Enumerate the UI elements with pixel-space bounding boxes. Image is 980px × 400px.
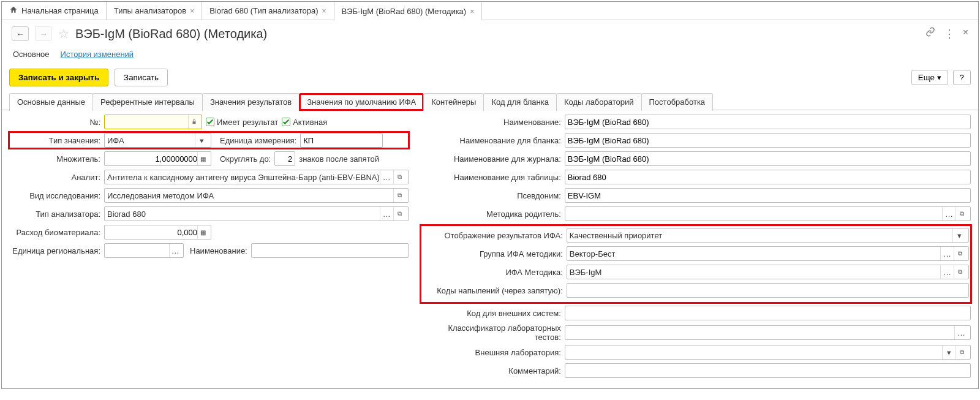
blank-name-input[interactable] [565,133,971,148]
subnav: Основное История изменений [2,47,978,67]
open-icon[interactable]: ⧉ [954,265,966,279]
select-ell-icon[interactable]: … [954,326,968,339]
save-button[interactable]: Записать [115,69,168,86]
analyzer-type-select[interactable]: Biorad 680 … ⧉ [104,206,409,221]
subnav-history-link[interactable]: История изменений [61,50,134,59]
tab-containers[interactable]: Контейнеры [423,93,484,111]
unit-field[interactable] [303,134,380,147]
tab-main-data[interactable]: Основные данные [9,93,93,111]
open-icon[interactable]: ⧉ [954,247,966,260]
multiplier-field[interactable] [107,152,197,165]
has-result-label: Имеет результат [217,118,278,127]
comment-field[interactable] [568,364,968,377]
label-external-lab: Внешняя лаборатория: [421,348,565,357]
value-type-select[interactable]: ИФА ▾ [104,133,211,148]
button-row: Записать и закрыть Записать Еще ▾ ? [2,67,978,92]
open-icon[interactable]: ⧉ [956,345,968,359]
round-field[interactable] [277,152,292,165]
round-input[interactable] [274,151,295,166]
close-icon[interactable]: × [190,7,194,15]
table-name-field[interactable] [568,170,968,184]
active-checkbox[interactable]: Активная [282,118,327,127]
nav-back-button[interactable]: ← [12,26,29,41]
help-button[interactable]: ? [953,70,971,85]
select-ell-icon[interactable]: … [169,244,181,257]
calc-icon[interactable]: ▦ [197,225,208,239]
label-regional-unit: Единица региональная: [9,246,104,255]
calc-icon[interactable]: ▦ [197,152,208,165]
blank-name-field[interactable] [568,134,968,147]
save-and-close-button[interactable]: Записать и закрыть [9,69,108,86]
link-icon[interactable] [925,27,935,40]
analyte-select[interactable]: Антитела к капсидному антигену вируса Эп… [104,170,409,184]
more-button[interactable]: Еще ▾ [911,70,948,85]
close-panel-icon[interactable]: × [963,27,968,40]
subnav-main[interactable]: Основное [13,50,50,59]
tab-veb-igm-method[interactable]: ВЭБ-IgM (BioRad 680) (Методика) × [334,2,483,20]
open-icon[interactable]: ⧉ [393,189,405,202]
lock-icon[interactable] [188,115,199,129]
classifier-select[interactable]: … [565,325,971,340]
journal-name-input[interactable] [565,151,971,166]
number-field[interactable] [107,115,188,129]
external-code-input[interactable] [565,306,971,320]
name-field[interactable] [568,115,968,129]
dropdown-icon[interactable]: ▾ [195,134,208,147]
unit-input[interactable] [300,133,383,148]
close-icon[interactable]: × [470,7,474,16]
tab-analyzer-types[interactable]: Типы анализаторов × [107,2,202,20]
journal-name-field[interactable] [568,152,968,165]
close-icon[interactable]: × [322,7,326,15]
select-ell-icon[interactable]: … [940,265,954,279]
regional-unit-select[interactable]: … [104,243,184,258]
alias-input[interactable] [565,188,971,203]
select-ell-icon[interactable]: … [940,247,954,260]
label-spraying-codes: Коды напылений (через запятую): [423,286,567,295]
biomaterial-input[interactable]: ▦ [104,225,211,240]
dropdown-icon[interactable]: ▾ [942,345,956,359]
name-input[interactable] [565,115,971,129]
table-name-input[interactable] [565,170,971,184]
external-lab-select[interactable]: ▾ ⧉ [565,345,971,360]
tab-home[interactable]: Начальная страница [2,2,107,20]
label-comment: Комментарий: [421,366,565,375]
comment-input[interactable] [565,363,971,378]
number-input[interactable] [104,115,202,129]
open-icon[interactable]: ⧉ [393,207,405,221]
ifa-method-select[interactable]: ВЭБ-IgM … ⧉ [567,265,969,279]
spraying-codes-input[interactable] [567,283,969,298]
tab-ifa-defaults[interactable]: Значения по умолчанию ИФА [299,93,424,111]
study-type-input[interactable]: Исследования методом ИФА ⧉ [104,188,409,203]
tab-lab-codes[interactable]: Коды лабораторий [556,93,642,111]
biomaterial-field[interactable] [107,225,197,239]
open-icon[interactable]: ⧉ [956,207,968,221]
tab-biorad680-type[interactable]: Biorad 680 (Тип анализатора) × [202,2,334,20]
ifa-group-select[interactable]: Вектор-Бест … ⧉ [567,246,969,261]
tab-reference-intervals[interactable]: Референтные интервалы [92,93,203,111]
tab-blank-code[interactable]: Код для бланка [483,93,557,111]
select-ell-icon[interactable]: … [380,170,393,184]
parent-method-select[interactable]: … ⧉ [565,206,971,221]
titlebar: ← → ☆ ВЭБ-IgM (BioRad 680) (Методика) ⋮ … [2,20,978,47]
dropdown-icon[interactable]: ▾ [952,228,966,242]
menu-vertical-icon[interactable]: ⋮ [944,27,954,40]
external-code-field[interactable] [568,306,968,320]
name-small-input[interactable] [251,243,409,258]
alias-field[interactable] [568,189,968,202]
ifa-display-select[interactable]: Качественный приоритет ▾ [567,228,969,243]
svg-rect-0 [192,121,195,124]
tab-postprocessing[interactable]: Постобработка [641,93,714,111]
name-small-field[interactable] [254,244,405,257]
tab-result-values[interactable]: Значения результатов [202,93,300,111]
label-number: №: [9,118,104,127]
spraying-codes-field[interactable] [570,284,966,297]
open-icon[interactable]: ⧉ [393,170,405,184]
tab-label: ВЭБ-IgM (BioRad 680) (Методика) [342,7,467,16]
select-ell-icon[interactable]: … [380,207,393,221]
regional-unit-field[interactable] [107,244,169,257]
multiplier-input[interactable]: ▦ [104,151,211,166]
select-ell-icon[interactable]: … [942,207,956,221]
has-result-checkbox[interactable]: Имеет результат [206,118,278,127]
label-blank-name: Наименование для бланка: [421,136,565,145]
favorite-star-icon[interactable]: ☆ [58,26,69,41]
